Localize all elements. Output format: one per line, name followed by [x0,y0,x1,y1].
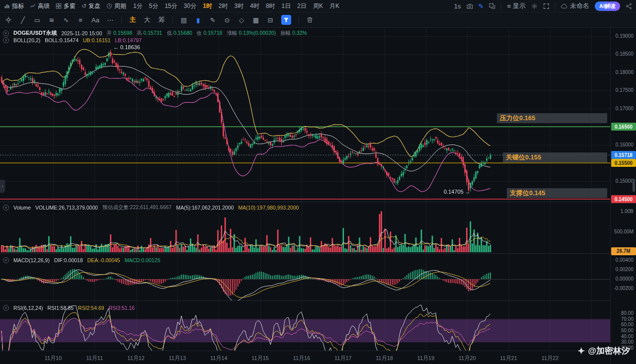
resistance-level-label[interactable]: 压力位0.165 [497,113,607,123]
target-tool[interactable]: ⊙ [224,16,231,24]
time-label: 11月20 [459,355,476,362]
line-icon: ╱ [21,16,25,24]
period-tab-1日[interactable]: 1日 [282,2,291,10]
layout-name-label: 未命名 [570,1,589,10]
divider [299,16,299,23]
volume-name[interactable]: Volume [13,205,31,211]
period-tab-5分[interactable]: 5分 [149,2,159,10]
crosshair-tool[interactable] [5,16,12,23]
symbol-name[interactable]: DOGE/USDT永续 [13,29,57,37]
rsi3-value: RSI3:51.16 [109,305,135,311]
volume-ma5: MA(5):167,062,201.2000 [176,205,234,211]
measure-tool[interactable]: ⊟ [267,16,274,24]
period-tab-3时[interactable]: 3时 [235,2,244,10]
period-tab-2日[interactable]: 2日 [297,2,307,10]
macd-name[interactable]: MACD(12,26,9) [13,257,50,263]
funnel-icon [283,17,289,23]
period-tab-1分[interactable]: 1分 [133,2,143,10]
ai-analysis-button[interactable]: AI解读 [595,1,620,11]
replay-button[interactable]: ↺ 复盘 [81,2,100,10]
rectangle-tool[interactable]: ▭ [34,16,41,24]
candle-style-tool[interactable]: ▮ [195,16,202,24]
rsi-name[interactable]: RSI(6,12,24) [13,305,43,311]
display-button[interactable]: ≡ 显示 [507,1,526,10]
grid-style-tool[interactable]: ▦ [252,16,259,24]
close-value: 0.15718 [203,30,222,37]
shape-tool[interactable]: ◇ [238,16,245,24]
period-tab-8时[interactable]: 8时 [266,2,275,10]
period-tab-月K[interactable]: 月K [329,2,339,10]
list-icon: ≡ [507,2,511,10]
channel-tool[interactable]: ≋ [48,16,55,24]
draw-edit-button[interactable]: ✎ [478,2,484,10]
support-level-label[interactable]: 支撑位0.145 [507,188,607,198]
screenshot-button[interactable] [467,3,473,9]
list-tool[interactable]: ≡ [77,16,84,24]
chip-distribution-tab[interactable]: 筹 [158,15,165,24]
price-axis[interactable]: 0.190000.185000.180000.175000.170000.160… [610,28,636,364]
close-label: 收 [197,30,202,37]
collapse-boll-icon[interactable]: ∨ [3,37,9,43]
advanced-button[interactable]: 高级 [30,2,50,10]
time-axis[interactable]: 11月1011月1111月1211月1311月1411月1511月1611月17… [0,351,610,364]
pencil-icon: ✎ [210,16,215,24]
multi-window-button[interactable]: 多窗 [56,2,76,10]
panel-icon: ▤ [181,16,187,24]
period-tab-4时[interactable]: 4时 [250,2,259,10]
volume-badge: 26.7M [611,247,636,255]
trendline-tool[interactable]: ╱ [19,16,26,24]
axis-tick: 0.17000 [616,106,634,111]
filter-tool-active[interactable] [281,15,291,25]
annotate-tool[interactable]: ✎ [209,16,216,24]
collapse-symbol-icon[interactable]: ∨ [3,30,9,36]
advanced-label: 高级 [38,2,50,10]
large-chart-tab[interactable]: 大 [144,15,151,24]
high-pair: 高0.15731 [137,30,162,37]
share-button[interactable] [626,3,632,9]
main-chart-tab[interactable]: 主 [129,15,136,24]
text-tool[interactable]: Aa [91,16,99,24]
open-label: 开 [107,30,112,37]
volume-value: VOLUME:26,713,379.0000 [35,205,98,211]
period-tab-15分[interactable]: 15分 [164,2,177,10]
scrollbar-thumb[interactable] [633,179,635,192]
collapse-macd-icon[interactable]: ∨ [3,257,9,263]
axis-tick: 0.17500 [616,88,634,93]
key-level-label[interactable]: 关键位0.155 [503,152,607,162]
time-label: 11月16 [293,355,311,362]
display-label: 显示 [513,1,526,10]
delete-drawings-button[interactable] [307,16,314,23]
axis-tick: 0.00400 [616,258,634,263]
boll-mid-value: BOLL:0.15474 [45,37,79,43]
compare-button[interactable] [489,3,495,9]
period-tab-周K[interactable]: 周K [313,2,323,10]
collapse-volume-icon[interactable]: ∨ [3,205,9,211]
more-tools[interactable]: ⋯ [107,16,114,24]
macd-dea: DEA:-0.00045 [87,257,120,263]
settings-button[interactable] [531,3,538,9]
rsi2-value: RSI2:54.69 [78,305,104,311]
fullscreen-button[interactable] [543,3,550,9]
axis-tick: 0.15000 [616,179,634,184]
indicators-button[interactable]: 指标 [4,2,24,10]
panel-collapse-handle[interactable]: ‹ [0,180,5,193]
low-price-value: 0.14705 [444,189,464,195]
change-value: 0.13%(0.00020) [238,30,276,37]
period-tab-30分[interactable]: 30分 [184,2,196,10]
open-value: 0.15698 [113,30,132,37]
trash-icon [307,16,313,23]
time-label: 11月19 [417,355,435,362]
period-button[interactable]: 周期 [106,2,126,10]
high-label: 高 [137,30,142,37]
seconds-button[interactable]: 1s [454,2,461,10]
boll-name[interactable]: BOLL(20,2) [13,37,40,43]
list-icon: ≡ [79,16,82,24]
collapse-rsi-icon[interactable]: ∨ [3,305,9,311]
macd-dif: DIF:0.00018 [54,257,83,263]
support-price-badge: 0.14500 [611,195,636,203]
layout-name-button[interactable]: 未命名 [561,1,589,10]
overlay-tool-1[interactable]: ▤ [180,16,187,24]
period-tab-1时[interactable]: 1时 [203,2,212,10]
period-tab-2时[interactable]: 2时 [219,2,228,10]
wave-tool[interactable]: ∿ [63,16,70,24]
